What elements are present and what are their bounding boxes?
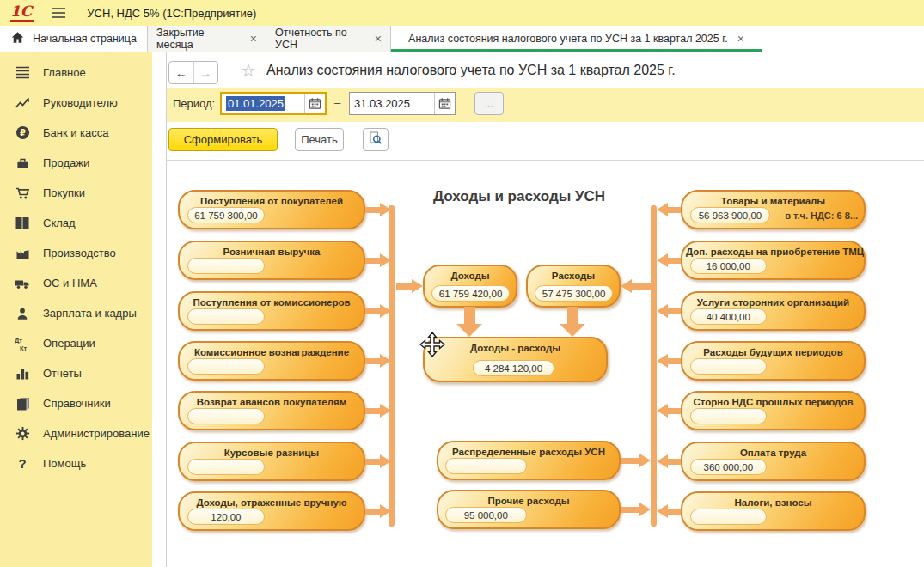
sidebar-item-operations[interactable]: ДтКт Операции bbox=[0, 328, 152, 358]
flow-box-value: 16 000,00 bbox=[690, 258, 767, 274]
flow-box-distributed-usn-expenses[interactable]: Распределенные расходы УСН bbox=[437, 441, 621, 480]
flow-box-payroll[interactable]: Оплата труда 360 000,00 bbox=[681, 442, 866, 481]
period-label: Период: bbox=[173, 97, 215, 110]
flow-arrow bbox=[667, 358, 681, 364]
tab-usn-analysis[interactable]: Анализ состояния налогового учета по УСН… bbox=[391, 26, 762, 52]
flow-box-title: Возврат авансов покупателям bbox=[180, 397, 364, 407]
flow-box-value: 61 759 420,00 bbox=[431, 285, 510, 302]
sidebar-item-label: Справочники bbox=[43, 397, 111, 410]
period-more-button[interactable]: ... bbox=[474, 92, 504, 115]
flow-box-taxes-contributions[interactable]: Налоги, взносы bbox=[681, 491, 866, 531]
close-icon[interactable]: × bbox=[250, 33, 257, 45]
flow-box-commission-fee[interactable]: Комиссионное вознаграждение bbox=[178, 341, 365, 381]
flow-box-value: 61 759 300,00 bbox=[187, 207, 265, 223]
sidebar-item-label: Производство bbox=[43, 247, 116, 259]
flow-box-exchange-differences[interactable]: Курсовые разницы bbox=[178, 442, 365, 481]
sidebar-item-label: Покупки bbox=[43, 186, 85, 199]
flow-box-value: 40 400,00 bbox=[690, 308, 767, 325]
sidebar-item-catalogs[interactable]: Справочники bbox=[0, 388, 152, 418]
calendar-icon[interactable] bbox=[304, 94, 325, 113]
flow-arrow bbox=[365, 408, 381, 414]
tab-usn-reporting[interactable]: Отчетность по УСН × bbox=[266, 26, 391, 52]
flow-box-title: Доходы bbox=[425, 271, 516, 281]
flow-arrow bbox=[365, 358, 381, 364]
flow-box-deferred-expenses[interactable]: Расходы будущих периодов bbox=[681, 341, 866, 381]
forward-button[interactable]: → bbox=[194, 62, 218, 83]
flow-arrowhead bbox=[456, 324, 482, 337]
flow-box-title: Прочие расходы bbox=[438, 496, 619, 506]
sidebar-item-fixed-assets[interactable]: ОС и НМА bbox=[0, 268, 152, 298]
sidebar-item-label: Администрирование bbox=[43, 427, 150, 440]
flow-box-title: Расходы bbox=[528, 271, 619, 281]
flow-box-manual-income[interactable]: Доходы, отраженные вручную 120,00 bbox=[178, 491, 365, 531]
flow-box-total-income[interactable]: Доходы 61 759 420,00 bbox=[423, 265, 517, 308]
toolbar-divider bbox=[167, 160, 924, 161]
sidebar-item-label: Руководителю bbox=[43, 96, 118, 109]
move-cursor-icon bbox=[419, 332, 445, 357]
preview-button[interactable] bbox=[363, 128, 389, 151]
flow-box-value bbox=[690, 509, 767, 525]
flow-box-income-minus-expense[interactable]: Доходы - расходы 4 284 120,00 bbox=[423, 337, 608, 382]
flow-arrow bbox=[667, 408, 681, 414]
calendar-icon[interactable] bbox=[434, 93, 455, 114]
sidebar-item-warehouse[interactable]: Склад bbox=[0, 208, 152, 238]
truck-icon bbox=[13, 276, 32, 291]
book-icon bbox=[13, 396, 32, 412]
flow-box-value bbox=[187, 308, 265, 325]
period-to-input[interactable]: 31.03.2025 bbox=[349, 92, 456, 115]
flow-box-retail-revenue[interactable]: Розничная выручка bbox=[178, 241, 365, 280]
sidebar-item-administration[interactable]: Администрирование bbox=[0, 418, 152, 448]
generate-button[interactable]: Сформировать bbox=[168, 128, 278, 151]
sidebar-item-label: Операции bbox=[43, 337, 95, 350]
flow-arrowhead bbox=[380, 404, 391, 418]
flow-box-vat-reversal[interactable]: Сторно НДС прошлых периодов bbox=[681, 391, 866, 430]
tab-home-page[interactable]: Начальная страница bbox=[0, 26, 148, 52]
flow-box-value: 4 284 120,00 bbox=[473, 360, 554, 376]
flow-arrow-to-income bbox=[396, 284, 413, 290]
flow-box-income-from-commissioners[interactable]: Поступления от комиссионеров bbox=[178, 291, 365, 331]
flow-box-value bbox=[445, 458, 527, 474]
tab-label: Отчетность по УСН bbox=[275, 27, 365, 51]
back-button[interactable]: ← bbox=[169, 62, 194, 83]
close-icon[interactable]: × bbox=[375, 33, 382, 45]
preview-magnifier-icon bbox=[369, 131, 382, 148]
ruble-icon: ₽ bbox=[13, 125, 32, 141]
sidebar-item-label: Зарплата и кадры bbox=[43, 307, 137, 320]
sidebar-item-bank-cash[interactable]: ₽ Банк и касса bbox=[0, 118, 152, 148]
flow-arrowhead bbox=[380, 354, 391, 368]
sidebar-item-payroll-hr[interactable]: Зарплата и кадры bbox=[0, 298, 152, 328]
tab-month-closing[interactable]: Закрытие месяца × bbox=[148, 26, 266, 52]
sidebar-item-reports[interactable]: Отчеты bbox=[0, 358, 152, 388]
period-from-input[interactable]: 01.01.2025 bbox=[220, 92, 327, 115]
tab-label: Закрытие месяца bbox=[156, 27, 241, 51]
flow-arrowhead bbox=[639, 454, 651, 467]
sidebar-item-purchases[interactable]: Покупки bbox=[0, 178, 152, 208]
close-icon[interactable]: × bbox=[737, 33, 744, 45]
sidebar-item-help[interactable]: ? Помощь bbox=[0, 448, 152, 479]
expense-bus-line bbox=[651, 205, 657, 527]
flow-box-extra-tmc-costs[interactable]: Доп. расходы на приобретение ТМЦ 16 000,… bbox=[681, 241, 866, 280]
flow-arrowhead bbox=[380, 253, 391, 267]
favorite-star-icon[interactable]: ☆ bbox=[241, 60, 256, 81]
print-button[interactable]: Печать bbox=[295, 128, 344, 151]
flow-box-total-expense[interactable]: Расходы 57 475 300,00 bbox=[526, 265, 621, 308]
flow-arrow bbox=[365, 509, 381, 515]
flow-box-title: Курсовые разницы bbox=[180, 448, 364, 458]
flow-box-title: Розничная выручка bbox=[180, 247, 364, 257]
flow-arrow bbox=[621, 458, 639, 464]
sidebar-item-sales[interactable]: Продажи bbox=[0, 148, 152, 178]
sidebar-item-production[interactable]: Производство bbox=[0, 238, 152, 268]
flow-box-title: Поступления от покупателей bbox=[180, 196, 364, 206]
sidebar-item-main[interactable]: Главное bbox=[0, 58, 152, 88]
flow-box-goods-materials[interactable]: Товары и материалы 56 963 900,00 в т.ч. … bbox=[681, 190, 866, 229]
sidebar-item-label: Отчеты bbox=[43, 367, 82, 380]
main-menu-icon[interactable] bbox=[51, 7, 66, 19]
sidebar-item-manager[interactable]: Руководителю bbox=[0, 88, 152, 118]
flow-box-other-expenses[interactable]: Прочие расходы 95 000,00 bbox=[437, 490, 621, 529]
sidebar-item-label: Продажи bbox=[43, 156, 89, 169]
flow-box-value bbox=[690, 358, 767, 375]
flow-box-third-party-services[interactable]: Услуги сторонних организаций 40 400,00 bbox=[681, 291, 866, 331]
flow-box-income-from-buyers[interactable]: Поступления от покупателей 61 759 300,00 bbox=[178, 190, 365, 229]
person-icon bbox=[13, 306, 32, 321]
flow-box-advance-returns[interactable]: Возврат авансов покупателям bbox=[178, 391, 365, 430]
